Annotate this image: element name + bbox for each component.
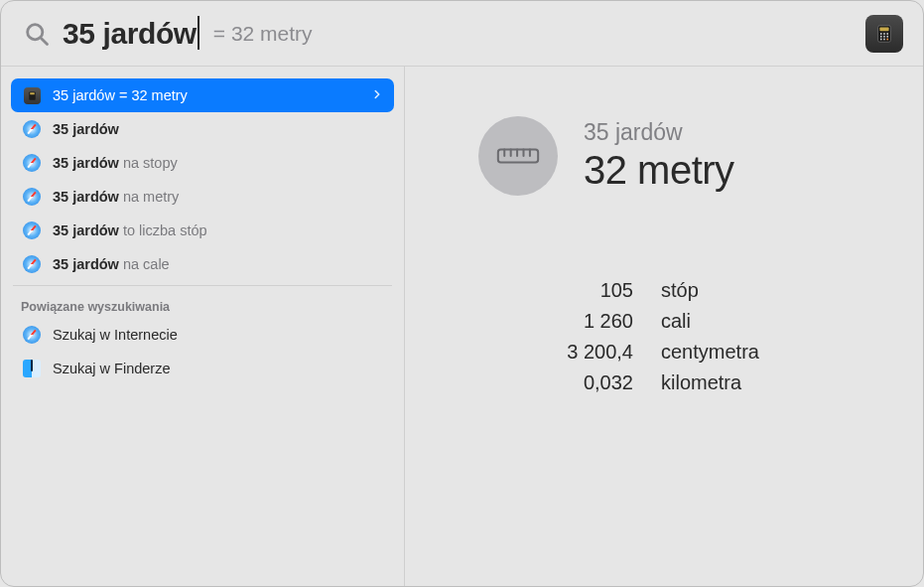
suggestion-label: 35 jardów na cale [53, 256, 170, 272]
svg-rect-3 [879, 27, 888, 31]
related-label: Szukaj w Internecie [53, 327, 178, 343]
related-row[interactable]: Szukaj w Internecie [11, 318, 394, 352]
suggestion-label: 35 jardów na metry [53, 189, 179, 205]
conversion-value: 1 260 [512, 306, 661, 337]
svg-point-0 [28, 24, 43, 39]
suggestion-label: 35 jardów [53, 121, 119, 137]
svg-rect-14 [30, 92, 35, 94]
conversion-row: 3 200,4centymetra [512, 337, 883, 367]
calculator-app-icon[interactable] [865, 15, 903, 53]
svg-point-9 [886, 35, 888, 37]
safari-icon [21, 221, 43, 239]
conversion-row: 1 260cali [512, 306, 883, 337]
conversion-hero: 35 jardów 32 metry [445, 116, 883, 196]
svg-point-12 [886, 38, 888, 40]
safari-icon [21, 255, 43, 273]
content-columns: 35 jardów = 32 metry 35 jardów35 jardów … [1, 67, 923, 586]
conversion-unit: cali [661, 306, 691, 337]
svg-point-4 [880, 33, 882, 35]
divider [13, 285, 392, 286]
suggestion-row[interactable]: 35 jardów na stopy [11, 146, 394, 180]
conversion-value: 105 [512, 275, 661, 306]
related-row[interactable]: Szukaj w Finderze [11, 352, 394, 385]
inline-result: = 32 metry [213, 22, 313, 46]
suggestion-label: 35 jardów to liczba stóp [53, 222, 207, 238]
related-group: Szukaj w InternecieSzukaj w Finderze [11, 318, 394, 385]
conversion-unit: stóp [661, 275, 699, 306]
search-query-text: 35 jardów [63, 17, 197, 50]
search-input[interactable]: 35 jardów [63, 16, 199, 51]
conversion-table: 105stóp1 260cali3 200,4centymetra0,032ki… [512, 275, 883, 398]
calculator-icon [21, 87, 43, 104]
svg-point-8 [883, 35, 885, 37]
suggestion-row[interactable]: 35 jardów to liczba stóp [11, 214, 394, 247]
svg-point-6 [886, 33, 888, 35]
ruler-icon [478, 116, 558, 196]
chevron-right-icon [370, 87, 384, 104]
conversion-unit: kilometra [661, 367, 741, 398]
suggestion-row[interactable]: 35 jardów [11, 112, 394, 146]
related-label: Szukaj w Finderze [53, 361, 170, 376]
safari-icon [23, 326, 41, 344]
suggestion-row[interactable]: 35 jardów na metry [11, 180, 394, 214]
finder-icon [23, 360, 41, 377]
text-cursor [198, 16, 199, 50]
safari-icon [21, 154, 43, 172]
top-result-label: 35 jardów = 32 metry [53, 87, 188, 103]
search-bar: 35 jardów = 32 metry [1, 1, 923, 67]
svg-line-1 [42, 38, 48, 44]
suggestion-label: 35 jardów na stopy [53, 155, 178, 171]
svg-point-5 [883, 33, 885, 35]
detail-pane: 35 jardów 32 metry 105stóp1 260cali3 200… [405, 67, 923, 586]
conversion-from: 35 jardów [584, 119, 734, 146]
safari-icon [21, 188, 43, 206]
results-list: 35 jardów = 32 metry 35 jardów35 jardów … [1, 67, 405, 586]
suggestions-group: 35 jardów35 jardów na stopy35 jardów na … [11, 112, 394, 281]
safari-icon [21, 120, 43, 138]
related-header: Powiązane wyszukiwania [11, 290, 394, 318]
conversion-value: 3 200,4 [512, 337, 661, 367]
hero-texts: 35 jardów 32 metry [584, 119, 734, 193]
svg-point-7 [880, 35, 882, 37]
suggestion-row[interactable]: 35 jardów na cale [11, 247, 394, 281]
conversion-row: 0,032kilometra [512, 367, 883, 398]
svg-point-10 [880, 38, 882, 40]
conversion-to: 32 metry [584, 148, 734, 193]
conversion-unit: centymetra [661, 337, 759, 367]
svg-point-11 [883, 38, 885, 40]
conversion-row: 105stóp [512, 275, 883, 306]
search-icon [23, 20, 51, 48]
conversion-value: 0,032 [512, 367, 661, 398]
top-result[interactable]: 35 jardów = 32 metry [11, 78, 394, 112]
